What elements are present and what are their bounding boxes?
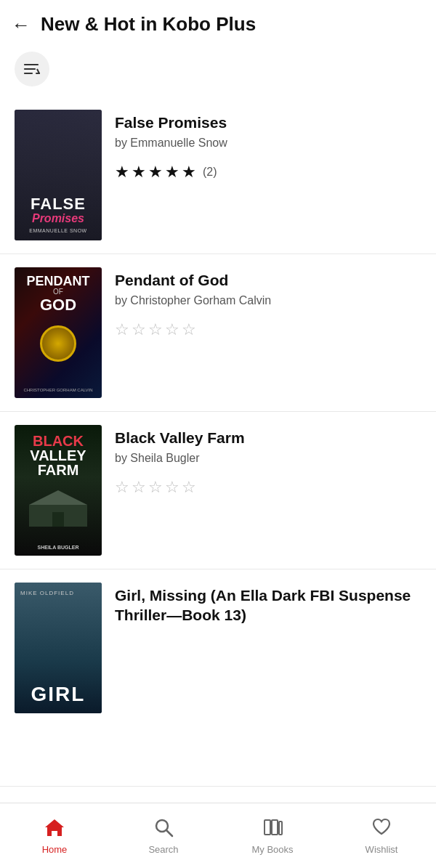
book-author: by Christopher Gorham Calvin xyxy=(115,294,421,307)
book-item-pendant-of-god[interactable]: PENDANT OF GOD CHRISTOPHER GORHAM CALVIN… xyxy=(0,254,436,412)
book-author: by Sheila Bugler xyxy=(115,452,421,465)
book-info-pendant-of-god: Pendant of God by Christopher Gorham Cal… xyxy=(115,267,421,338)
star-1: ☆ xyxy=(115,479,129,495)
book-rating: ★ ★ ★ ★ ★ (2) xyxy=(115,164,421,180)
book-title: False Promises xyxy=(115,113,421,132)
nav-wishlist-label: Wishlist xyxy=(366,844,398,855)
sort-area xyxy=(0,44,436,97)
mybooks-icon xyxy=(262,817,283,841)
book-title: Black Valley Farm xyxy=(115,428,421,447)
book-cover-pendant-of-god: PENDANT OF GOD CHRISTOPHER GORHAM CALVIN xyxy=(15,267,102,398)
star-2: ☆ xyxy=(132,322,146,338)
nav-wishlist[interactable]: Wishlist xyxy=(352,817,411,855)
nav-mybooks-label: My Books xyxy=(251,844,293,855)
page-title: New & Hot in Kobo Plus xyxy=(41,13,256,36)
book-info-black-valley-farm: Black Valley Farm by Sheila Bugler ☆ ☆ ☆… xyxy=(115,425,421,495)
header: ← New & Hot in Kobo Plus xyxy=(0,0,436,44)
book-cover-girl-missing: MIKE OLDFIELD GIRL xyxy=(15,583,102,713)
star-4: ☆ xyxy=(165,479,179,495)
search-icon xyxy=(153,817,174,841)
book-cover-false-promises: FALSE Promises EMMANUELLE SNOW xyxy=(15,110,102,240)
book-title: Pendant of God xyxy=(115,270,421,290)
book-cover-black-valley-farm: BLACK VALLEY FARM SHEILA BUGLER xyxy=(15,425,102,556)
book-item-girl-missing[interactable]: MIKE OLDFIELD GIRL Girl, Missing (An Ell… xyxy=(0,569,436,787)
star-5: ★ xyxy=(182,164,196,180)
star-3: ★ xyxy=(148,164,163,180)
nav-search-label: Search xyxy=(148,844,178,855)
book-author: by Emmanuelle Snow xyxy=(115,137,421,150)
back-button[interactable]: ← xyxy=(12,15,31,34)
book-rating: ☆ ☆ ☆ ☆ ☆ xyxy=(115,322,421,338)
star-1: ☆ xyxy=(115,322,129,338)
book-item-false-promises[interactable]: FALSE Promises EMMANUELLE SNOW False Pro… xyxy=(0,97,436,254)
home-icon xyxy=(44,817,65,841)
svg-rect-6 xyxy=(265,820,270,835)
svg-rect-7 xyxy=(272,820,278,835)
svg-rect-8 xyxy=(279,822,282,835)
book-info-false-promises: False Promises by Emmanuelle Snow ★ ★ ★ … xyxy=(115,110,421,180)
book-list: FALSE Promises EMMANUELLE SNOW False Pro… xyxy=(0,97,436,787)
star-4: ☆ xyxy=(165,322,179,338)
book-rating: ☆ ☆ ☆ ☆ ☆ xyxy=(115,479,421,495)
star-3: ☆ xyxy=(148,322,163,338)
star-4: ★ xyxy=(165,164,179,180)
sort-icon xyxy=(23,62,41,76)
wishlist-icon xyxy=(371,817,392,841)
nav-mybooks[interactable]: My Books xyxy=(243,817,302,855)
star-3: ☆ xyxy=(148,479,163,495)
star-1: ★ xyxy=(115,164,129,180)
book-info-girl-missing: Girl, Missing (An Ella Dark FBI Suspense… xyxy=(115,583,421,630)
book-item-black-valley-farm[interactable]: BLACK VALLEY FARM SHEILA BUGLER Black Va… xyxy=(0,412,436,569)
nav-home[interactable]: Home xyxy=(25,817,84,855)
star-5: ☆ xyxy=(182,479,196,495)
star-2: ★ xyxy=(132,164,146,180)
book-title: Girl, Missing (An Ella Dark FBI Suspense… xyxy=(115,585,421,625)
svg-line-5 xyxy=(166,830,172,836)
star-2: ☆ xyxy=(132,479,146,495)
review-count: (2) xyxy=(203,166,217,179)
bottom-nav: Home Search My Books Wishlist xyxy=(0,803,436,868)
nav-search[interactable]: Search xyxy=(134,817,193,855)
star-5: ☆ xyxy=(182,322,196,338)
sort-button[interactable] xyxy=(15,52,49,86)
nav-home-label: Home xyxy=(42,844,68,855)
